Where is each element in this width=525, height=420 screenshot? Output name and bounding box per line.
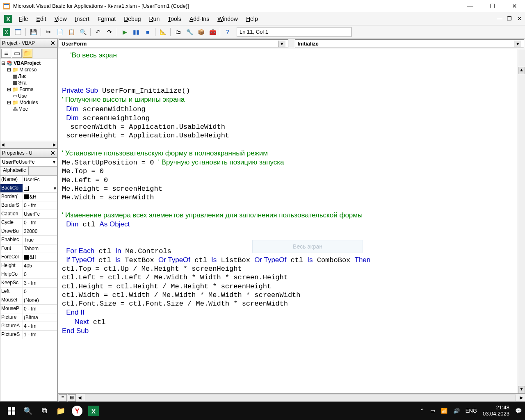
property-row[interactable]: Left0 [0, 288, 57, 296]
cut-button[interactable]: ✂ [43, 27, 53, 37]
task-view-icon[interactable]: ⧉ [36, 403, 52, 419]
scroll-down-icon[interactable]: ▼ [518, 386, 525, 393]
object-browser-button[interactable]: 📦 [196, 27, 206, 37]
property-row[interactable]: PictureA4 - fm [0, 322, 57, 331]
excel-icon[interactable]: X [4, 15, 12, 23]
notifications-icon[interactable]: 💬 [515, 408, 522, 414]
redo-button[interactable]: ↷ [105, 27, 114, 37]
help-button[interactable]: ? [223, 27, 233, 37]
object-dropdown[interactable]: UserForm▾ [59, 39, 288, 48]
properties-grid[interactable]: (Name)UserFcBackCo▾Border(&HBorderS0 - f… [0, 176, 57, 402]
toolbox-button[interactable]: 🧰 [208, 27, 217, 37]
volume-icon[interactable]: 🔊 [453, 408, 460, 414]
property-row[interactable]: ForeCol&H [0, 253, 57, 262]
project-hscroll[interactable]: ◀▶ [0, 141, 57, 148]
menu-insert[interactable]: Insert [71, 14, 94, 24]
tree-microsoft-objects[interactable]: ⊟ 📁 Microso [1, 66, 56, 73]
property-row[interactable]: DrawBu32000 [0, 227, 57, 236]
property-row[interactable]: Cycle0 - fm [0, 219, 57, 227]
scroll-up-icon[interactable]: ▲ [518, 67, 525, 74]
menu-format[interactable]: Format [94, 14, 120, 24]
property-row[interactable]: BackCo▾ [0, 184, 57, 193]
wifi-icon[interactable]: 📶 [441, 408, 447, 414]
menu-edit[interactable]: Edit [32, 14, 50, 24]
property-row[interactable]: Picture(Bitma [0, 313, 57, 322]
code-hscroll[interactable] [85, 395, 516, 401]
mdi-minimize[interactable]: — [495, 16, 504, 22]
property-row[interactable]: PictureS1 - fm [0, 331, 57, 339]
hscroll-right-icon[interactable]: ▶ [518, 395, 525, 400]
project-pane-close[interactable]: ✕ [50, 40, 55, 46]
mdi-close[interactable]: ✕ [515, 16, 523, 22]
procedure-dropdown[interactable]: Initialize▾ [295, 39, 525, 48]
copy-button[interactable]: 📄 [55, 27, 65, 37]
property-row[interactable]: MouseI(None) [0, 296, 57, 305]
chevron-down-icon[interactable]: ▾ [53, 159, 55, 165]
close-button[interactable]: ✕ [507, 2, 522, 10]
find-button[interactable]: 🔍 [78, 27, 88, 37]
chevron-down-icon[interactable]: ▾ [514, 41, 521, 47]
tree-sheet[interactable]: ▦ Лис [1, 73, 56, 80]
tree-userform[interactable]: ▭ Use [1, 93, 56, 99]
menu-view[interactable]: View [50, 14, 71, 24]
full-module-view-button[interactable]: ▤ [68, 394, 76, 402]
project-explorer-button[interactable]: 🗂 [173, 27, 183, 37]
language-indicator[interactable]: ENG [466, 408, 477, 414]
paste-button[interactable]: 📋 [66, 27, 76, 37]
run-button[interactable]: ▶ [120, 27, 130, 37]
menu-tools[interactable]: Tools [164, 14, 185, 24]
chevron-down-icon[interactable]: ▾ [278, 41, 285, 47]
tray-expand-icon[interactable]: ⌃ [420, 408, 425, 414]
properties-button[interactable]: 🔧 [185, 27, 194, 37]
hscroll-left-icon[interactable]: ◀ [76, 395, 83, 400]
property-row[interactable]: HelpCo0 [0, 270, 57, 279]
battery-icon[interactable]: ▭ [430, 408, 435, 414]
break-button[interactable]: ▮▮ [131, 27, 141, 37]
menu-addins[interactable]: Add-Ins [185, 14, 213, 24]
excel-taskbar-icon[interactable]: X [85, 403, 102, 419]
property-row[interactable]: Height405 [0, 262, 57, 270]
start-button[interactable] [3, 403, 20, 419]
menu-help[interactable]: Help [242, 14, 262, 24]
property-row[interactable]: KeepSc3 - fm [0, 279, 57, 288]
tree-thisworkbook[interactable]: ▦ Эта [1, 80, 56, 86]
yandex-browser-icon[interactable]: Y [69, 403, 85, 419]
code-editor[interactable]: 'Во весь экран Private Sub UserForm_Init… [58, 49, 525, 393]
property-row[interactable]: MouseP0 - fm [0, 305, 57, 313]
menu-window[interactable]: Window [213, 14, 242, 24]
menu-debug[interactable]: Debug [120, 14, 145, 24]
toggle-folders-button[interactable]: 📁 [23, 49, 32, 58]
procedure-view-button[interactable]: ≡ [59, 394, 67, 402]
property-row[interactable]: Border(&H [0, 193, 57, 201]
property-row[interactable]: (Name)UserFc [0, 176, 57, 184]
tree-module1[interactable]: ⁂ Moc [1, 106, 56, 112]
tree-root[interactable]: ⊟ 📚 VBAProject [1, 60, 56, 66]
fullscreen-overlay-button[interactable]: Весь экран [252, 240, 363, 253]
tab-alphabetic[interactable]: Alphabetic [0, 167, 29, 175]
reset-button[interactable]: ■ [143, 27, 153, 37]
view-code-button[interactable]: ≡ [1, 49, 11, 58]
property-row[interactable]: CaptionUserFc [0, 210, 57, 219]
minimize-button[interactable]: — [463, 2, 477, 10]
save-button[interactable]: 💾 [28, 27, 38, 37]
mdi-restore[interactable]: ❐ [505, 16, 514, 22]
tree-modules[interactable]: ⊟ 📁 Modules [1, 99, 56, 106]
undo-button[interactable]: ↶ [93, 27, 103, 37]
project-tree[interactable]: ⊟ 📚 VBAProject ⊟ 📁 Microso ▦ Лис ▦ Эта ⊟… [0, 59, 57, 141]
code-vscroll[interactable]: ▲ ▼ [518, 49, 525, 393]
search-icon[interactable]: 🔍 [20, 403, 36, 419]
clock[interactable]: 21:48 03.04.2023 [483, 405, 509, 417]
property-row[interactable]: FontTahom [0, 244, 57, 253]
design-mode-button[interactable]: 📐 [158, 27, 168, 37]
menu-run[interactable]: Run [145, 14, 164, 24]
property-row[interactable]: EnablecTrue [0, 236, 57, 244]
view-excel-button[interactable]: X [2, 27, 11, 37]
insert-userform-button[interactable] [13, 27, 23, 37]
property-row[interactable]: BorderS0 - fm [0, 201, 57, 210]
maximize-button[interactable]: ☐ [485, 2, 500, 10]
tree-forms[interactable]: ⊟ 📁 Forms [1, 86, 56, 93]
view-object-button[interactable]: ▭ [12, 49, 22, 58]
properties-pane-close[interactable]: ✕ [50, 150, 55, 156]
file-explorer-icon[interactable]: 📁 [52, 403, 69, 419]
menu-file[interactable]: File [15, 14, 32, 24]
